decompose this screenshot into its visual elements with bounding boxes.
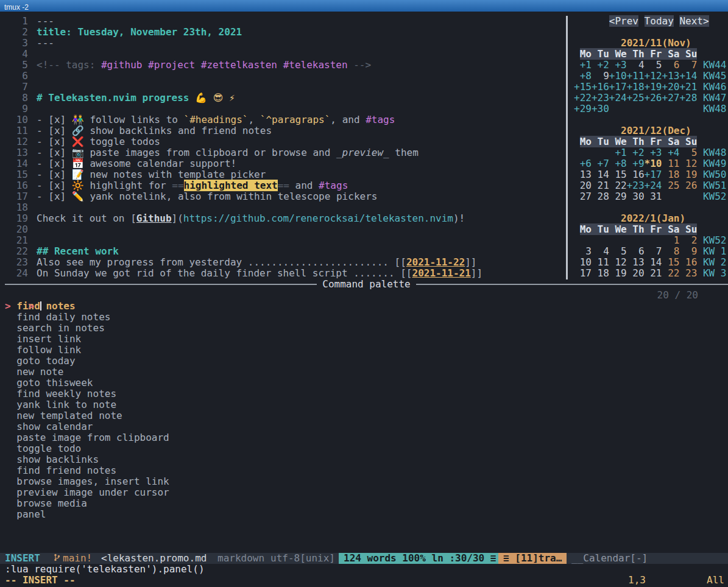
segment-sp [574,147,609,158]
calendar-row[interactable]: 17 18 19 20 21 22 23 KW 3 [574,268,726,279]
segment-link[interactable]: 2021-11-21 [412,267,471,279]
result-counter: 20 / 20 [657,290,698,301]
segment-fg: On Sunday we got rid of the daily finder… [37,267,412,279]
segment-em: _preview_ [336,147,389,158]
calendar-row[interactable]: +1 +2 +3 4 5 6 7 KW44 [574,60,726,71]
calendar-row[interactable]: 10 11 12 13 14 15 16 KW 2 [574,257,726,268]
calendar-row[interactable]: 20 21 22+23+24 25 26 KW51 [574,180,726,191]
tab-segment[interactable]: ≡ [11]tra… [498,553,567,564]
palette-item[interactable]: follow link [5,345,728,356]
calendar-row[interactable]: +29+30 KW48 [574,104,726,114]
segment-kw: KW50 [703,169,727,180]
segment-cal-plus: +23+24 [627,180,662,191]
segment-tag[interactable]: #telekasten [283,59,348,71]
calendar-row[interactable]: 3 4 5 6 7 8 9 KW 1 [574,246,726,257]
segment-fg: )! [453,213,465,224]
segment-sp [5,454,16,465]
palette-item[interactable]: insert link [5,334,728,345]
palette-item[interactable]: show backlinks [5,454,728,465]
palette-item[interactable]: find weekly notes [5,388,728,399]
calendar-row[interactable]: +1 +2 +3 +4 5 KW48 [574,147,726,158]
segment-tag[interactable]: #project [148,59,195,71]
palette-item[interactable]: find friend notes [5,465,728,476]
palette-item[interactable]: new note [5,367,728,378]
calendar-row[interactable]: Mo Tu We Th Fr Sa Su [574,49,726,60]
segment-cal-day: 10 11 12 13 14 [574,256,662,268]
palette-item[interactable]: preview image under cursor [5,487,728,498]
calendar-row[interactable]: +22+23+24+25+26+27+28 KW47 [574,93,726,104]
palette-item[interactable]: panel [5,509,728,520]
calendar-row[interactable] [574,114,726,125]
palette-item[interactable]: search in notes [5,323,728,334]
segment-url[interactable]: https://github.com/renerocksai/telekaste… [183,213,453,224]
window-separator[interactable] [566,16,568,279]
calendar-row[interactable]: 1 2 KW52 [574,235,726,246]
segment-cal-plus: +1 +2 +3 +4 [609,147,680,158]
segment-sp [5,421,16,432]
calendar-row[interactable]: 2021/12(Dec) [574,125,726,136]
palette-item[interactable]: find daily notes [5,312,728,323]
calendar-row[interactable]: Mo Tu We Th Fr Sa Su [574,136,726,147]
segment-tag[interactable]: #tags [319,180,348,191]
line-number: 16 [5,180,28,191]
palette-item[interactable]: paste image from clipboard [5,432,728,443]
line-number: 24 [5,268,28,279]
segment-fg: ]] [465,256,476,268]
calendar-row[interactable]: +8 9+10+11+12+13+14 KW45 [574,71,726,82]
palette-item[interactable]: show calendar [5,421,728,432]
line-number: 10 [5,114,28,125]
calendar-row[interactable] [574,202,726,213]
segment-h: ## Recent work [37,245,119,257]
palette-item[interactable]: yank link to note [5,399,728,410]
palette-item[interactable]: new templated note [5,410,728,421]
palette-prompt-row[interactable]: > 20 / 20 [5,290,728,301]
calendar-row[interactable]: 2021/11(Nov) [574,38,726,49]
prev-button[interactable]: <Prev [609,15,638,27]
palette-item[interactable]: toggle todo [5,443,728,454]
segment-tag[interactable]: #zettelkasten [201,59,277,71]
calendar-row[interactable]: +15+16+17+18+19+20+21 KW46 [574,82,726,93]
next-button[interactable]: Next> [679,15,709,27]
cursor-position: 1,3 [628,575,646,586]
segment-cal-today: *10 [645,158,662,169]
segment-item: show backlinks [16,454,99,465]
segment-fg: new notes with template picker [84,169,266,180]
segment-sp [574,234,662,246]
line-number: 21 [5,235,28,246]
segment-link[interactable]: 2021-11-22 [406,256,465,268]
palette-item[interactable]: browse media [5,498,728,509]
segment-cal-we: 18 19 [662,169,698,180]
line-number: 11 [5,125,28,136]
palette-item[interactable]: goto thisweek [5,378,728,388]
emoji-icon: ✏️ [72,191,84,202]
command-line[interactable]: :lua require('telekasten').panel() [5,564,205,575]
palette-item[interactable]: browse images, insert link [5,476,728,487]
calendar-row[interactable] [574,27,726,38]
segment-cal-head: Mo Tu We Th Fr Sa Su [580,223,698,235]
segment-ref[interactable]: Github [136,213,172,224]
calendar-row[interactable]: Mo Tu We Th Fr Sa Su [574,224,726,235]
segment-sp [574,37,621,49]
line-number: 2 [5,27,28,38]
segment-sp [5,366,16,378]
segment-fg: - [x] [37,136,72,147]
segment-item: browse images, insert link [16,476,169,487]
today-button[interactable]: Today [645,15,674,27]
segment-cal-plus: +10+11+12+13+14 [609,70,698,82]
calendar-row[interactable]: 13 14 15 16+17 18 19 KW50 [574,169,726,180]
segment-tag[interactable]: #github [101,59,142,71]
line-number: 13 [5,147,28,158]
segment-cal-month: 2021/12(Dec) [621,125,691,136]
calendar-row[interactable]: 2022/1(Jan) [574,213,726,224]
calendar-row[interactable]: 27 28 29 30 31 KW52 [574,191,726,202]
segment-sp [609,103,703,114]
segment-fg: follow links to [84,114,184,125]
palette-item[interactable]: goto today [5,356,728,367]
palette-item[interactable]: > find notes [5,301,728,312]
segment-cal-plus: +17 [645,169,662,180]
prompt-caret: > [29,300,40,312]
segment-sp [5,344,16,356]
segment-kw: KW52 [703,191,727,202]
calendar-row[interactable]: +6 +7 +8 +9*10 11 12 KW49 [574,158,726,169]
segment-tag[interactable]: #tags [366,114,395,125]
